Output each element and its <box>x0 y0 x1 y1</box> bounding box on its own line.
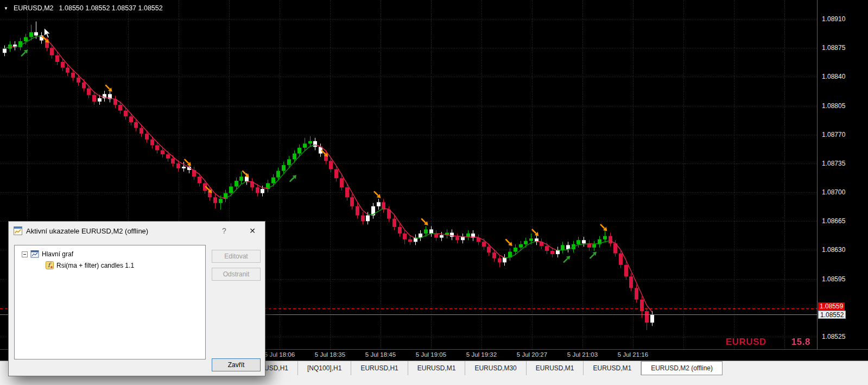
price-axis[interactable]: 1.089101.088751.088401.088051.087701.087… <box>817 0 868 361</box>
price-axis-label: 1.08700 <box>822 188 845 196</box>
tree-item-label: Rsi(ma + filter) candles 1.1 <box>56 262 134 269</box>
chart-tab[interactable]: EURUSD,M1 <box>527 361 584 375</box>
ohlc-values: 1.08550 1.08552 1.08537 1.08552 <box>59 4 163 12</box>
chart-tab[interactable]: [NQ100],H1 <box>298 361 351 375</box>
chart-window-icon <box>30 250 39 258</box>
time-axis-label: 5 Jul 18:45 <box>365 351 396 358</box>
indicators-dialog: Aktivní ukazatele EURUSD,M2 (offline) ? … <box>8 221 265 376</box>
tree-item-main-chart[interactable]: Hlavní graf <box>15 245 205 258</box>
time-axis-label: 5 Jul 19:05 <box>416 351 446 358</box>
dialog-icon <box>14 226 22 235</box>
chart-tab[interactable]: EURUSD,M30 <box>465 361 526 375</box>
price-axis-label: 1.08840 <box>822 73 845 80</box>
chart-tab-active[interactable]: EURUSD,M2 (offline) <box>641 361 723 375</box>
bid-price-box: 1.08552 <box>818 311 846 319</box>
chart-tab[interactable]: EURUSD,M1 <box>584 361 641 375</box>
price-axis-label: 1.08770 <box>822 131 845 138</box>
price-axis-label: 1.08665 <box>822 217 845 225</box>
symbol-watermark: EURUSD 15.8 <box>726 337 810 348</box>
collapse-triangle-icon[interactable]: ▼ <box>4 6 8 11</box>
symbol-timeframe-label: EURUSD,M2 <box>14 4 54 12</box>
price-axis-label: 1.08735 <box>822 160 845 167</box>
chart-tab[interactable]: EURUSD,H1 <box>351 361 408 375</box>
time-axis-label: 5 Jul 20:27 <box>517 351 547 358</box>
remove-button[interactable]: Odstranit <box>212 268 261 281</box>
close-button[interactable]: Zavřít <box>212 358 261 371</box>
time-axis-label: 5 Jul 18:06 <box>264 351 295 358</box>
quote-bar: ▼ EURUSD,M2 1.08550 1.08552 1.08537 1.08… <box>4 4 163 12</box>
price-axis-label: 1.08910 <box>822 15 845 23</box>
ask-price-box: 1.08559 <box>818 302 845 311</box>
price-axis-label: 1.08875 <box>822 44 845 52</box>
time-axis-label: 5 Jul 18:35 <box>315 351 345 358</box>
mouse-cursor-icon <box>43 27 51 39</box>
tree-item-label: Hlavní graf <box>42 250 73 258</box>
watermark-symbol: EURUSD <box>726 337 766 348</box>
custom-indicator-icon: f <box>46 261 54 269</box>
dialog-title: Aktivní ukazatele EURUSD,M2 (offline) <box>26 227 148 235</box>
mt4-chart-window: ▼ EURUSD,M2 1.08550 1.08552 1.08537 1.08… <box>0 0 868 385</box>
collapse-icon[interactable] <box>22 251 28 257</box>
time-axis-label: 5 Jul 19:32 <box>466 351 497 358</box>
price-axis-label: 1.08805 <box>822 102 845 110</box>
time-axis-label: 5 Jul 21:03 <box>567 351 598 358</box>
dialog-titlebar[interactable]: Aktivní ukazatele EURUSD,M2 (offline) ? … <box>9 222 265 240</box>
watermark-value: 15.8 <box>791 337 810 348</box>
edit-button[interactable]: Editovat <box>212 250 261 263</box>
price-axis-label: 1.08595 <box>822 275 845 283</box>
time-axis-label: 5 Jul 21:16 <box>618 351 648 358</box>
dialog-help-button[interactable]: ? <box>215 222 233 240</box>
price-axis-label: 1.08630 <box>822 246 845 254</box>
dialog-close-button[interactable]: ✕ <box>240 222 265 240</box>
tree-item-indicator[interactable]: f Rsi(ma + filter) candles 1.1 <box>15 258 205 269</box>
indicator-list[interactable]: Hlavní graf f Rsi(ma + filter) candles 1… <box>14 245 206 359</box>
price-axis-label: 1.08525 <box>822 333 845 340</box>
chart-tab[interactable]: EURUSD,M1 <box>408 361 466 375</box>
